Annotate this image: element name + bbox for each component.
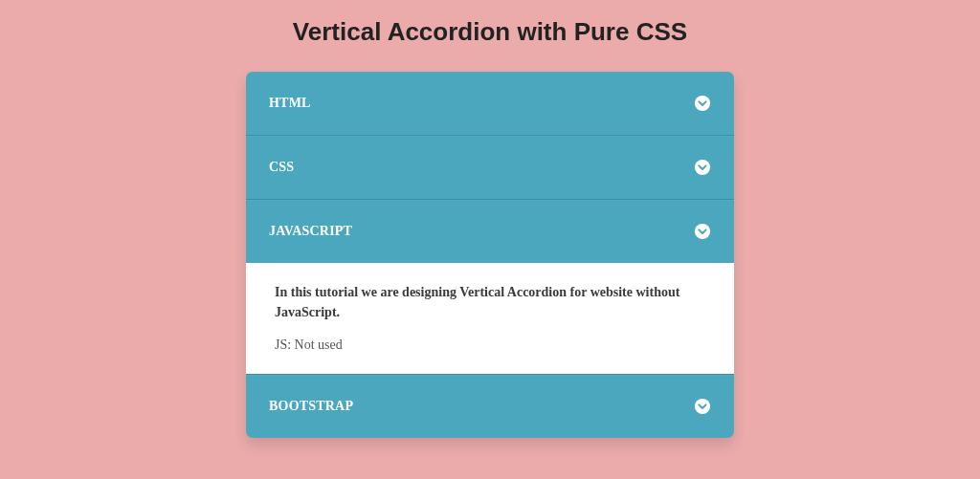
accordion-label: CSS bbox=[269, 160, 294, 175]
chevron-down-icon bbox=[694, 95, 711, 112]
accordion-label: JAVASCRIPT bbox=[269, 224, 352, 239]
accordion-item-css: CSS bbox=[246, 135, 734, 199]
svg-point-2 bbox=[695, 224, 710, 239]
accordion-panel-javascript: In this tutorial we are designing Vertic… bbox=[246, 263, 734, 374]
chevron-down-icon bbox=[694, 159, 711, 176]
page-title: Vertical Accordion with Pure CSS bbox=[0, 0, 980, 60]
accordion-item-javascript: JAVASCRIPT In this tutorial we are desig… bbox=[246, 199, 734, 374]
accordion-item-html: HTML bbox=[246, 72, 734, 135]
svg-point-0 bbox=[695, 96, 710, 111]
accordion-label: BOOTSTRAP bbox=[269, 399, 353, 414]
panel-detail: JS: Not used bbox=[275, 337, 705, 353]
accordion: HTML CSS JAVASCRIPT In this tutorial we … bbox=[246, 72, 734, 438]
accordion-header-css[interactable]: CSS bbox=[246, 135, 734, 199]
accordion-label: HTML bbox=[269, 96, 311, 111]
chevron-down-icon bbox=[694, 398, 711, 415]
accordion-header-javascript[interactable]: JAVASCRIPT bbox=[246, 199, 734, 263]
svg-point-1 bbox=[695, 160, 710, 175]
svg-point-3 bbox=[695, 399, 710, 414]
accordion-header-bootstrap[interactable]: BOOTSTRAP bbox=[246, 374, 734, 438]
panel-heading: In this tutorial we are designing Vertic… bbox=[275, 282, 686, 322]
accordion-header-html[interactable]: HTML bbox=[246, 72, 734, 135]
chevron-down-icon bbox=[694, 223, 711, 240]
accordion-item-bootstrap: BOOTSTRAP bbox=[246, 374, 734, 438]
